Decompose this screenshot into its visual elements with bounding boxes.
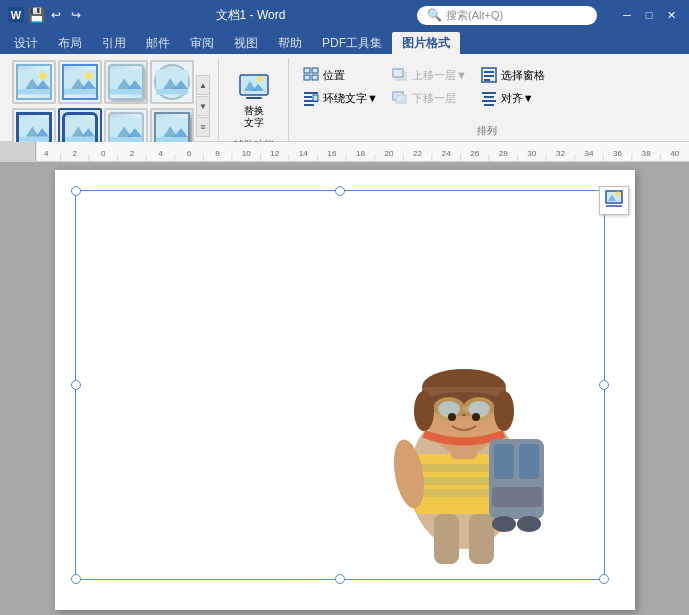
handle-middle-left[interactable] [71, 380, 81, 390]
floating-toolbar[interactable] [599, 186, 629, 215]
handle-top-center[interactable] [335, 186, 345, 196]
pic-style-3[interactable] [104, 60, 148, 104]
svg-rect-45 [246, 97, 262, 99]
svg-rect-25 [65, 137, 95, 142]
svg-rect-46 [304, 68, 310, 73]
close-button[interactable]: ✕ [661, 5, 681, 25]
svg-rect-13 [110, 89, 142, 94]
svg-text:14: 14 [299, 149, 309, 158]
child-image [344, 279, 584, 569]
handle-middle-right[interactable] [599, 380, 609, 390]
window-controls: ─ □ ✕ [617, 5, 681, 25]
svg-text:32: 32 [556, 149, 566, 158]
word-icon[interactable]: W [8, 7, 24, 23]
search-icon: 🔍 [427, 8, 442, 22]
maximize-button[interactable]: □ [639, 5, 659, 25]
handle-bottom-right[interactable] [599, 574, 609, 584]
pic-style-1[interactable] [12, 60, 56, 104]
handle-top-left[interactable] [71, 186, 81, 196]
position-icon [303, 67, 319, 83]
select-pane-button[interactable]: 选择窗格 [475, 64, 551, 86]
svg-rect-60 [484, 71, 494, 73]
pic-style-2[interactable] [58, 60, 102, 104]
wrap-text-button[interactable]: 环绕文字▼ [297, 87, 384, 109]
alt-text-icon [238, 71, 270, 103]
send-back-button[interactable]: 下移一层 [386, 87, 473, 109]
image-selection[interactable] [75, 190, 605, 580]
svg-point-134 [494, 391, 514, 431]
ruler-left-margin [0, 142, 36, 161]
tab-review[interactable]: 审阅 [180, 32, 224, 54]
svg-point-8 [85, 72, 92, 79]
svg-rect-49 [312, 75, 318, 80]
alt-text-button[interactable]: 替换文字 [229, 64, 279, 136]
wrap-text-icon [303, 90, 319, 106]
ribbon-group-picture-styles: ▲ ▼ ≡ 图片边框▼ [4, 58, 219, 141]
search-placeholder: 搜索(Alt+Q) [446, 8, 503, 23]
svg-point-145 [615, 192, 620, 197]
svg-text:2: 2 [130, 149, 135, 158]
quick-access-undo[interactable]: ↩ [48, 7, 64, 23]
svg-rect-136 [494, 444, 514, 479]
pic-scroll-up[interactable]: ▲ [196, 75, 210, 95]
minimize-button[interactable]: ─ [617, 5, 637, 25]
ruler: 4 2 0 2 4 6 8 10 12 14 16 18 20 22 24 26… [0, 142, 689, 162]
pic-scroll-more[interactable]: ≡ [196, 117, 210, 137]
svg-rect-121 [434, 514, 459, 564]
svg-text:12: 12 [270, 149, 280, 158]
svg-text:36: 36 [613, 149, 623, 158]
handle-bottom-center[interactable] [335, 574, 345, 584]
send-back-icon [392, 90, 408, 106]
svg-point-140 [517, 516, 541, 532]
svg-text:4: 4 [44, 149, 49, 158]
quick-access-redo[interactable]: ↪ [68, 7, 84, 23]
pic-scroll-down[interactable]: ▼ [196, 96, 210, 116]
svg-text:6: 6 [187, 149, 192, 158]
select-pane-label: 选择窗格 [501, 68, 545, 83]
svg-rect-17 [156, 89, 188, 94]
svg-text:8: 8 [215, 149, 220, 158]
svg-rect-48 [304, 75, 310, 80]
tab-help[interactable]: 帮助 [268, 32, 312, 54]
position-button[interactable]: 位置 [297, 64, 384, 86]
align-button[interactable]: 对齐▼ [475, 87, 551, 109]
svg-text:10: 10 [242, 149, 252, 158]
svg-point-44 [257, 76, 263, 82]
alt-text-label: 替换文字 [244, 105, 264, 129]
svg-rect-9 [64, 89, 96, 94]
svg-point-3 [39, 72, 46, 79]
svg-text:28: 28 [499, 149, 509, 158]
quick-access-save[interactable]: 💾 [28, 7, 44, 23]
tab-view[interactable]: 视图 [224, 32, 268, 54]
select-pane-icon [481, 67, 497, 83]
bring-forward-button[interactable]: 上移一层▼ [386, 64, 473, 86]
tab-layout2[interactable]: 布局 [48, 32, 92, 54]
tab-pictureformat[interactable]: 图片格式 [392, 32, 460, 54]
accessibility-content: 替换文字 [229, 60, 279, 136]
arrange-col-3: 选择窗格 对齐▼ [475, 60, 551, 109]
svg-point-141 [448, 413, 456, 421]
svg-rect-58 [396, 95, 406, 103]
tab-pdf[interactable]: PDF工具集 [312, 32, 392, 54]
svg-rect-41 [240, 75, 268, 95]
arrange-label: 排列 [297, 122, 677, 141]
align-icon [481, 90, 497, 106]
svg-rect-64 [484, 96, 494, 98]
picture-styles-content: ▲ ▼ ≡ [12, 60, 210, 152]
svg-rect-137 [519, 444, 539, 479]
svg-text:24: 24 [442, 149, 452, 158]
svg-rect-63 [482, 92, 496, 94]
tab-layout[interactable]: 设计 [4, 32, 48, 54]
tab-mailings[interactable]: 邮件 [136, 32, 180, 54]
svg-text:22: 22 [413, 149, 423, 158]
handle-bottom-left[interactable] [71, 574, 81, 584]
tab-references[interactable]: 引用 [92, 32, 136, 54]
svg-rect-65 [482, 100, 496, 102]
wrap-text-label: 环绕文字▼ [323, 91, 378, 106]
ribbon: ▲ ▼ ≡ 图片边框▼ [0, 54, 689, 142]
search-bar[interactable]: 🔍 搜索(Alt+Q) [417, 6, 597, 25]
pic-style-scroll: ▲ ▼ ≡ [196, 75, 210, 137]
pic-style-4[interactable] [150, 60, 194, 104]
svg-rect-50 [304, 92, 318, 94]
svg-rect-138 [492, 487, 542, 507]
